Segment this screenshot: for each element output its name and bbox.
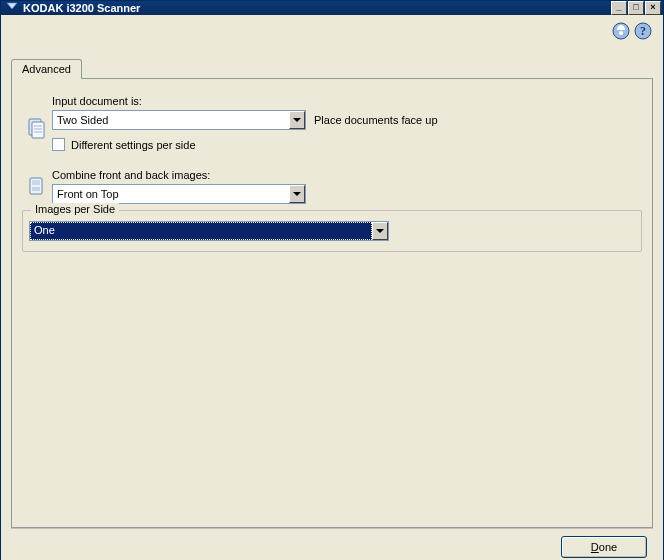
input-document-icon — [26, 117, 48, 141]
svg-rect-5 — [32, 122, 44, 138]
chevron-down-icon — [289, 185, 305, 203]
done-button[interactable]: Done — [561, 536, 647, 558]
window-controls: _ □ × — [611, 1, 661, 15]
help-icon[interactable]: ? — [633, 21, 653, 41]
done-label: one — [599, 541, 617, 553]
maximize-button[interactable]: □ — [628, 1, 644, 15]
client-area: ? Advanced — [1, 15, 663, 560]
combine-row: Combine front and back images: Front on … — [22, 169, 642, 204]
home-icon[interactable] — [611, 21, 631, 41]
toolbar: ? — [611, 21, 653, 41]
combine-select[interactable]: Front on Top — [52, 184, 306, 204]
footer: Done — [11, 528, 653, 560]
window-title: KODAK i3200 Scanner — [23, 2, 611, 14]
tab-advanced[interactable]: Advanced — [11, 59, 82, 79]
svg-rect-10 — [32, 180, 40, 185]
input-document-hint: Place documents face up — [314, 114, 438, 126]
close-button[interactable]: × — [645, 1, 661, 15]
combine-icon — [26, 175, 48, 199]
combine-label: Combine front and back images: — [52, 169, 642, 181]
chevron-down-icon — [372, 222, 388, 240]
different-settings-row: Different settings per side — [52, 138, 642, 151]
input-document-value: Two Sided — [53, 114, 289, 126]
different-settings-checkbox[interactable] — [52, 138, 65, 151]
minimize-button[interactable]: _ — [611, 1, 627, 15]
images-per-side-value: One — [30, 222, 372, 240]
tabstrip: Advanced — [11, 57, 653, 78]
different-settings-label: Different settings per side — [71, 139, 196, 151]
tab-panel-advanced: Input document is: Two Sided Place docum… — [11, 78, 653, 528]
content-area: Advanced — [11, 57, 653, 528]
svg-point-1 — [619, 31, 623, 35]
input-document-row: Input document is: Two Sided Place docum… — [22, 95, 642, 163]
app-icon — [5, 1, 19, 15]
input-document-label: Input document is: — [52, 95, 642, 107]
titlebar[interactable]: KODAK i3200 Scanner _ □ × — [1, 1, 663, 15]
app-window: KODAK i3200 Scanner _ □ × ? — [0, 0, 664, 560]
images-per-side-group: Images per Side One — [22, 210, 642, 252]
chevron-down-icon — [289, 111, 305, 129]
combine-value: Front on Top — [53, 188, 289, 200]
input-document-select[interactable]: Two Sided — [52, 110, 306, 130]
svg-text:?: ? — [640, 24, 646, 38]
images-per-side-select[interactable]: One — [29, 221, 389, 241]
tab-label: Advanced — [22, 63, 71, 75]
images-per-side-legend: Images per Side — [31, 203, 119, 215]
